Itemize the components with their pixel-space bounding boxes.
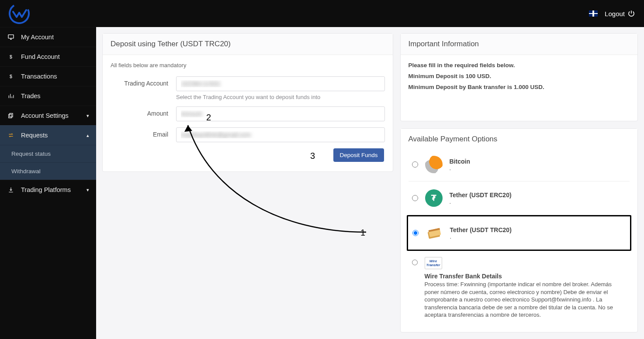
info-line: Minimum Deposit by Bank transfer is 1.00… xyxy=(409,84,630,90)
card-title: Available Payment Options xyxy=(401,129,638,146)
chevron-down-icon xyxy=(87,113,89,119)
sidebar-submenu-requests: Request status Withdrawal xyxy=(0,145,96,180)
email-input[interactable] xyxy=(176,127,385,142)
sidebar-item-trades[interactable]: Trades xyxy=(0,86,96,106)
payment-options-card: Available Payment Options Bitcoin . ₮ xyxy=(400,128,638,332)
sidebar-item-my-account[interactable]: My Account xyxy=(0,27,96,47)
sidebar-item-label: My Account xyxy=(21,34,54,41)
important-info-card: Important Information Please fill in the… xyxy=(400,33,638,121)
sidebar: My Account $ Fund Account $ Transactions… xyxy=(0,27,96,339)
card-stack-icon xyxy=(426,224,443,242)
card-title: Deposit using Tether (USDT TRC20) xyxy=(103,34,393,55)
mandatory-note: All fields below are mandatory xyxy=(111,62,385,68)
payment-sub: Process time: Fxwinning (importante indi… xyxy=(425,281,627,319)
info-line: Please fill in the required fields below… xyxy=(409,62,630,68)
svg-rect-4 xyxy=(10,113,13,117)
logout-button[interactable]: Logout xyxy=(605,10,635,17)
payment-option-usdt-erc20[interactable]: ₮ Tether (USDT ERC20) . xyxy=(409,181,630,215)
trading-account-hint: Select the Trading Account you want to d… xyxy=(176,94,385,100)
top-header: Logout xyxy=(0,0,644,27)
dollar-icon: $ xyxy=(7,73,15,79)
payment-title: Bitcoin xyxy=(450,158,470,165)
radio-usdt-trc20[interactable] xyxy=(412,230,419,236)
dollar-icon: $ xyxy=(7,54,15,60)
copy-icon xyxy=(7,113,15,119)
payment-title: Wire Transfer Bank Details xyxy=(425,273,627,280)
svg-text:$: $ xyxy=(10,74,12,79)
label-trading-account: Trading Account xyxy=(111,76,176,87)
payment-option-usdt-trc20[interactable]: Tether (USDT TRC20) . xyxy=(407,215,632,251)
wire-transfer-icon: WireTransfer xyxy=(425,257,442,269)
sidebar-sub-label: Withdrawal xyxy=(11,168,41,175)
radio-bitcoin[interactable] xyxy=(412,161,418,168)
bars-icon xyxy=(7,93,15,99)
payment-title: Tether (USDT TRC20) xyxy=(450,226,512,233)
deposit-card: Deposit using Tether (USDT TRC20) All fi… xyxy=(102,33,393,172)
amount-input[interactable] xyxy=(176,106,385,121)
sidebar-sub-label: Request status xyxy=(11,151,51,157)
monitor-icon xyxy=(7,34,15,41)
svg-text:$: $ xyxy=(10,54,12,59)
payment-sub: . xyxy=(450,165,470,171)
deposit-funds-button[interactable]: Deposit Funds xyxy=(333,148,384,162)
radio-wire[interactable] xyxy=(412,260,418,265)
card-title: Important Information xyxy=(401,34,638,55)
sidebar-sub-request-status[interactable]: Request status xyxy=(0,145,96,162)
sidebar-item-trading-platforms[interactable]: Trading Platforms xyxy=(0,180,96,199)
svg-rect-5 xyxy=(9,114,12,118)
content-area: Deposit using Tether (USDT TRC20) All fi… xyxy=(96,27,644,339)
payment-option-bitcoin[interactable]: Bitcoin . xyxy=(409,148,630,181)
radio-usdt-erc20[interactable] xyxy=(412,195,418,201)
sidebar-item-label: Trades xyxy=(21,92,41,99)
label-amount: Amount xyxy=(111,106,176,117)
payment-sub: . xyxy=(450,199,512,205)
payment-option-wire[interactable]: WireTransfer Wire Transfer Bank Details … xyxy=(409,251,630,322)
sidebar-item-label: Transactions xyxy=(21,73,57,80)
exchange-icon xyxy=(7,132,15,138)
sidebar-sub-withdrawal[interactable]: Withdrawal xyxy=(0,162,96,180)
trading-account-input[interactable] xyxy=(176,76,385,91)
svg-rect-1 xyxy=(8,35,14,38)
bitcoin-icon xyxy=(425,156,443,173)
sidebar-item-label: Requests xyxy=(21,132,48,139)
sidebar-item-requests[interactable]: Requests xyxy=(0,125,96,145)
tether-icon: ₮ xyxy=(425,189,443,207)
payment-sub: . xyxy=(450,233,512,240)
sidebar-item-account-settings[interactable]: Account Settings xyxy=(0,106,96,125)
brand-logo-icon xyxy=(9,3,30,24)
info-line: Minimum Deposit is 100 USD. xyxy=(409,73,630,79)
download-icon xyxy=(7,187,15,193)
sidebar-item-label: Account Settings xyxy=(21,112,69,119)
power-icon xyxy=(627,10,635,17)
sidebar-item-label: Trading Platforms xyxy=(21,186,71,193)
chevron-up-icon xyxy=(87,133,89,138)
chevron-down-icon xyxy=(87,187,89,193)
logout-label: Logout xyxy=(605,10,625,17)
label-email: Email xyxy=(111,127,176,138)
language-flag-icon[interactable] xyxy=(589,10,598,17)
sidebar-item-fund-account[interactable]: $ Fund Account xyxy=(0,47,96,66)
payment-title: Tether (USDT ERC20) xyxy=(450,192,512,199)
sidebar-item-transactions[interactable]: $ Transactions xyxy=(0,66,96,86)
sidebar-item-label: Fund Account xyxy=(21,53,60,60)
